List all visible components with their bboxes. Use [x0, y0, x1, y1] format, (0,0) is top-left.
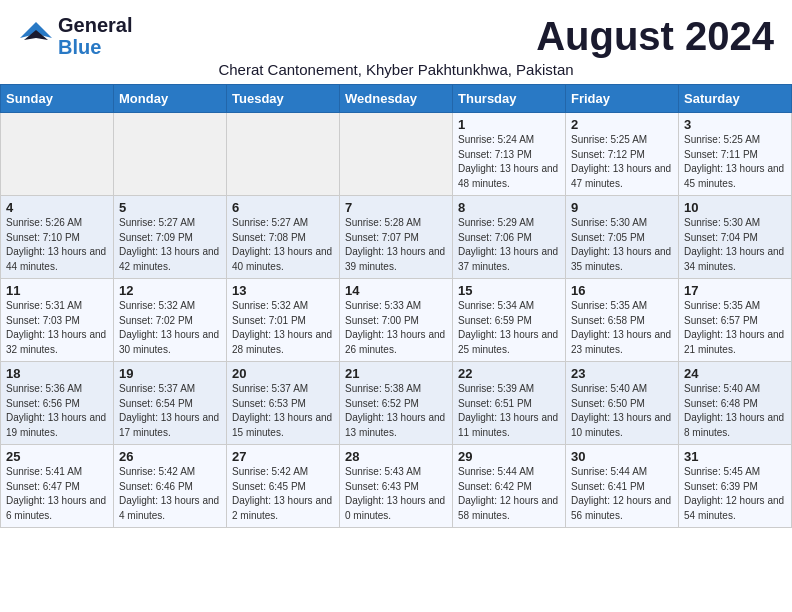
day-number: 16 [571, 283, 673, 298]
calendar-cell [114, 113, 227, 196]
calendar-cell: 21Sunrise: 5:38 AM Sunset: 6:52 PM Dayli… [340, 362, 453, 445]
weekday-header-thursday: Thursday [453, 85, 566, 113]
day-info: Sunrise: 5:45 AM Sunset: 6:39 PM Dayligh… [684, 465, 786, 523]
weekday-header-saturday: Saturday [679, 85, 792, 113]
day-number: 14 [345, 283, 447, 298]
logo-blue: Blue [58, 36, 101, 58]
weekday-header-wednesday: Wednesday [340, 85, 453, 113]
calendar-cell: 26Sunrise: 5:42 AM Sunset: 6:46 PM Dayli… [114, 445, 227, 528]
calendar-cell: 12Sunrise: 5:32 AM Sunset: 7:02 PM Dayli… [114, 279, 227, 362]
calendar-cell: 16Sunrise: 5:35 AM Sunset: 6:58 PM Dayli… [566, 279, 679, 362]
calendar-table: SundayMondayTuesdayWednesdayThursdayFrid… [0, 84, 792, 528]
day-info: Sunrise: 5:40 AM Sunset: 6:48 PM Dayligh… [684, 382, 786, 440]
calendar-cell: 23Sunrise: 5:40 AM Sunset: 6:50 PM Dayli… [566, 362, 679, 445]
day-info: Sunrise: 5:44 AM Sunset: 6:41 PM Dayligh… [571, 465, 673, 523]
day-number: 19 [119, 366, 221, 381]
day-number: 24 [684, 366, 786, 381]
day-info: Sunrise: 5:27 AM Sunset: 7:08 PM Dayligh… [232, 216, 334, 274]
logo-text: General Blue [58, 14, 132, 58]
day-info: Sunrise: 5:34 AM Sunset: 6:59 PM Dayligh… [458, 299, 560, 357]
day-number: 28 [345, 449, 447, 464]
calendar-cell: 11Sunrise: 5:31 AM Sunset: 7:03 PM Dayli… [1, 279, 114, 362]
calendar-cell: 27Sunrise: 5:42 AM Sunset: 6:45 PM Dayli… [227, 445, 340, 528]
day-info: Sunrise: 5:27 AM Sunset: 7:09 PM Dayligh… [119, 216, 221, 274]
logo: General Blue [18, 14, 132, 58]
day-info: Sunrise: 5:30 AM Sunset: 7:05 PM Dayligh… [571, 216, 673, 274]
calendar-week-1: 1Sunrise: 5:24 AM Sunset: 7:13 PM Daylig… [1, 113, 792, 196]
header-row: General Blue August 2024 [0, 0, 792, 61]
day-info: Sunrise: 5:36 AM Sunset: 6:56 PM Dayligh… [6, 382, 108, 440]
logo-icon [18, 18, 54, 54]
day-info: Sunrise: 5:28 AM Sunset: 7:07 PM Dayligh… [345, 216, 447, 274]
day-number: 9 [571, 200, 673, 215]
day-number: 18 [6, 366, 108, 381]
weekday-header-sunday: Sunday [1, 85, 114, 113]
calendar-cell: 28Sunrise: 5:43 AM Sunset: 6:43 PM Dayli… [340, 445, 453, 528]
calendar-week-3: 11Sunrise: 5:31 AM Sunset: 7:03 PM Dayli… [1, 279, 792, 362]
day-info: Sunrise: 5:40 AM Sunset: 6:50 PM Dayligh… [571, 382, 673, 440]
day-info: Sunrise: 5:24 AM Sunset: 7:13 PM Dayligh… [458, 133, 560, 191]
calendar-cell: 9Sunrise: 5:30 AM Sunset: 7:05 PM Daylig… [566, 196, 679, 279]
day-info: Sunrise: 5:38 AM Sunset: 6:52 PM Dayligh… [345, 382, 447, 440]
day-number: 23 [571, 366, 673, 381]
calendar-cell: 18Sunrise: 5:36 AM Sunset: 6:56 PM Dayli… [1, 362, 114, 445]
day-info: Sunrise: 5:25 AM Sunset: 7:11 PM Dayligh… [684, 133, 786, 191]
calendar-cell: 4Sunrise: 5:26 AM Sunset: 7:10 PM Daylig… [1, 196, 114, 279]
day-number: 26 [119, 449, 221, 464]
calendar-cell: 30Sunrise: 5:44 AM Sunset: 6:41 PM Dayli… [566, 445, 679, 528]
calendar-cell: 19Sunrise: 5:37 AM Sunset: 6:54 PM Dayli… [114, 362, 227, 445]
day-info: Sunrise: 5:39 AM Sunset: 6:51 PM Dayligh… [458, 382, 560, 440]
day-number: 20 [232, 366, 334, 381]
calendar-cell: 2Sunrise: 5:25 AM Sunset: 7:12 PM Daylig… [566, 113, 679, 196]
day-number: 7 [345, 200, 447, 215]
month-title: August 2024 [536, 14, 774, 59]
day-number: 22 [458, 366, 560, 381]
day-number: 3 [684, 117, 786, 132]
day-info: Sunrise: 5:44 AM Sunset: 6:42 PM Dayligh… [458, 465, 560, 523]
location-subtitle: Cherat Cantonement, Khyber Pakhtunkhwa, … [18, 61, 774, 78]
day-number: 2 [571, 117, 673, 132]
day-number: 17 [684, 283, 786, 298]
calendar-cell: 6Sunrise: 5:27 AM Sunset: 7:08 PM Daylig… [227, 196, 340, 279]
calendar-cell: 31Sunrise: 5:45 AM Sunset: 6:39 PM Dayli… [679, 445, 792, 528]
calendar-cell: 22Sunrise: 5:39 AM Sunset: 6:51 PM Dayli… [453, 362, 566, 445]
calendar-cell: 17Sunrise: 5:35 AM Sunset: 6:57 PM Dayli… [679, 279, 792, 362]
weekday-header-row: SundayMondayTuesdayWednesdayThursdayFrid… [1, 85, 792, 113]
calendar-cell: 5Sunrise: 5:27 AM Sunset: 7:09 PM Daylig… [114, 196, 227, 279]
day-number: 10 [684, 200, 786, 215]
day-number: 25 [6, 449, 108, 464]
day-number: 5 [119, 200, 221, 215]
day-info: Sunrise: 5:37 AM Sunset: 6:53 PM Dayligh… [232, 382, 334, 440]
calendar-cell: 1Sunrise: 5:24 AM Sunset: 7:13 PM Daylig… [453, 113, 566, 196]
calendar-cell [227, 113, 340, 196]
calendar-week-5: 25Sunrise: 5:41 AM Sunset: 6:47 PM Dayli… [1, 445, 792, 528]
day-number: 6 [232, 200, 334, 215]
logo-general: General [58, 14, 132, 36]
day-info: Sunrise: 5:37 AM Sunset: 6:54 PM Dayligh… [119, 382, 221, 440]
logo-bird-icon [18, 18, 54, 54]
weekday-header-monday: Monday [114, 85, 227, 113]
calendar-cell: 8Sunrise: 5:29 AM Sunset: 7:06 PM Daylig… [453, 196, 566, 279]
day-info: Sunrise: 5:30 AM Sunset: 7:04 PM Dayligh… [684, 216, 786, 274]
weekday-header-friday: Friday [566, 85, 679, 113]
day-number: 21 [345, 366, 447, 381]
day-number: 4 [6, 200, 108, 215]
calendar-cell: 29Sunrise: 5:44 AM Sunset: 6:42 PM Dayli… [453, 445, 566, 528]
calendar-cell: 25Sunrise: 5:41 AM Sunset: 6:47 PM Dayli… [1, 445, 114, 528]
weekday-header-tuesday: Tuesday [227, 85, 340, 113]
day-info: Sunrise: 5:25 AM Sunset: 7:12 PM Dayligh… [571, 133, 673, 191]
day-info: Sunrise: 5:26 AM Sunset: 7:10 PM Dayligh… [6, 216, 108, 274]
day-number: 15 [458, 283, 560, 298]
calendar-cell: 10Sunrise: 5:30 AM Sunset: 7:04 PM Dayli… [679, 196, 792, 279]
day-info: Sunrise: 5:42 AM Sunset: 6:45 PM Dayligh… [232, 465, 334, 523]
day-number: 13 [232, 283, 334, 298]
day-number: 1 [458, 117, 560, 132]
calendar-cell: 13Sunrise: 5:32 AM Sunset: 7:01 PM Dayli… [227, 279, 340, 362]
day-number: 27 [232, 449, 334, 464]
calendar-cell: 3Sunrise: 5:25 AM Sunset: 7:11 PM Daylig… [679, 113, 792, 196]
day-number: 31 [684, 449, 786, 464]
day-info: Sunrise: 5:32 AM Sunset: 7:01 PM Dayligh… [232, 299, 334, 357]
day-info: Sunrise: 5:35 AM Sunset: 6:58 PM Dayligh… [571, 299, 673, 357]
day-info: Sunrise: 5:29 AM Sunset: 7:06 PM Dayligh… [458, 216, 560, 274]
calendar-cell: 20Sunrise: 5:37 AM Sunset: 6:53 PM Dayli… [227, 362, 340, 445]
